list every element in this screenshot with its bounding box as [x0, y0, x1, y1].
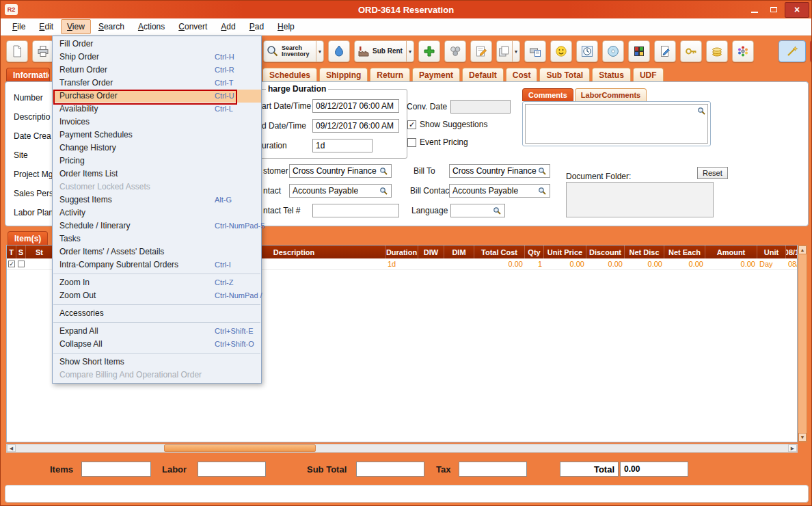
- cell-net-each[interactable]: 0.00: [664, 258, 705, 269]
- contact-tel-input[interactable]: [312, 204, 399, 217]
- close-button[interactable]: ×: [785, 2, 809, 18]
- scroll-left-arrow[interactable]: ◀: [7, 444, 16, 452]
- toolbar-smiley-button[interactable]: [550, 40, 572, 62]
- menu-edit[interactable]: Edit: [33, 19, 59, 34]
- toolbar-time-clock-button[interactable]: [576, 40, 598, 62]
- tab-items[interactable]: Item(s): [8, 231, 48, 245]
- menu-add[interactable]: Add: [215, 19, 241, 34]
- comments-textarea[interactable]: [525, 104, 708, 144]
- vertical-scrollbar[interactable]: ▲ ▼: [798, 245, 807, 442]
- view-menu-item-show-short-items[interactable]: Show Short Items: [53, 356, 261, 369]
- toolbar-search-inventory-button[interactable]: Search Inventory▼: [263, 40, 324, 62]
- cell-unit[interactable]: Day: [757, 258, 786, 269]
- toolbar-add-item-button[interactable]: [418, 40, 440, 62]
- event-pricing-checkbox[interactable]: Event Pricing: [407, 137, 468, 147]
- toolbar-edit-note-button[interactable]: [470, 40, 492, 62]
- contact-input[interactable]: Accounts Payable: [289, 184, 392, 198]
- bill-to-input[interactable]: Cross Country Finance: [449, 164, 550, 178]
- dropdown-arrow-icon[interactable]: ▼: [512, 41, 519, 62]
- cell-discount[interactable]: 0.00: [586, 258, 625, 269]
- cell-duration[interactable]: 1d: [385, 258, 418, 269]
- cell-dim[interactable]: [444, 258, 474, 269]
- cell-total-cost[interactable]: 0.00: [474, 258, 525, 269]
- search-icon[interactable]: [537, 186, 547, 196]
- view-menu-item-order-items-list[interactable]: Order Items List: [53, 168, 261, 181]
- search-icon[interactable]: [537, 166, 547, 176]
- start-date-input[interactable]: 08/12/2017 06:00 AM: [312, 99, 399, 113]
- view-menu-item-zoom-in[interactable]: Zoom InCtrl-Z: [53, 276, 261, 289]
- view-menu-item-pricing[interactable]: Pricing: [53, 155, 261, 168]
- tab-schedules[interactable]: Schedules: [262, 68, 317, 81]
- row-checkbox-t[interactable]: [8, 261, 15, 267]
- menu-convert[interactable]: Convert: [172, 19, 213, 34]
- end-date-input[interactable]: 09/12/2017 06:00 AM: [312, 119, 399, 133]
- tab-comments[interactable]: Comments: [522, 88, 573, 101]
- app-icon[interactable]: R2: [5, 4, 18, 15]
- toolbar-print-button[interactable]: [32, 40, 54, 62]
- view-menu-item-availability[interactable]: AvailabilityCtrl-L: [53, 103, 261, 116]
- cell-unit-price[interactable]: 0.00: [544, 258, 586, 269]
- toolbar-droplet-button[interactable]: [328, 40, 350, 62]
- view-menu-item-intra-company-subrental-orders[interactable]: Intra-Company Subrental OrdersCtrl-I: [53, 258, 261, 271]
- toolbar-sub-rent-button[interactable]: Sub Rent▼: [354, 40, 414, 62]
- view-menu-item-collapse-all[interactable]: Collapse AllCtrl+Shift-O: [53, 338, 261, 351]
- cell-net-disc[interactable]: 0.00: [625, 258, 664, 269]
- toolbar-new-document-button[interactable]: [6, 40, 28, 62]
- cell-diw[interactable]: [418, 258, 444, 269]
- view-menu-item-schedule-itinerary[interactable]: Schedule / ItineraryCtrl-NumPad-5: [53, 219, 261, 232]
- scroll-up-arrow[interactable]: ▲: [798, 245, 807, 254]
- cell-amount[interactable]: 0.00: [705, 258, 757, 269]
- toolbar-print-preview-button[interactable]: [524, 40, 546, 62]
- toolbar-edit-document-button[interactable]: [654, 40, 676, 62]
- tab-laborcomments[interactable]: LaborComments: [575, 88, 647, 101]
- tab-cost[interactable]: Cost: [506, 68, 538, 81]
- tab-sub-total[interactable]: Sub Total: [539, 68, 590, 81]
- view-menu-item-zoom-out[interactable]: Zoom OutCtrl-NumPad /: [53, 289, 261, 302]
- tax-field[interactable]: [459, 462, 527, 477]
- menu-actions[interactable]: Actions: [132, 19, 171, 34]
- items-total-field[interactable]: [81, 462, 151, 477]
- search-icon[interactable]: [379, 166, 388, 176]
- cell-st[interactable]: [26, 258, 53, 269]
- view-menu-item-tasks[interactable]: Tasks: [53, 232, 261, 245]
- document-folder-box[interactable]: [566, 182, 714, 217]
- view-menu-item-activity[interactable]: Activity: [53, 207, 261, 219]
- tab-information[interactable]: Information: [6, 68, 50, 81]
- scroll-down-arrow[interactable]: ▼: [798, 433, 807, 442]
- labor-total-field[interactable]: [198, 462, 266, 477]
- menu-search[interactable]: Search: [92, 19, 131, 34]
- language-input[interactable]: [450, 204, 505, 217]
- bill-contact-input[interactable]: Accounts Payable: [449, 184, 550, 198]
- view-menu-item-change-history[interactable]: Change History: [53, 142, 261, 155]
- toolbar-wand-button[interactable]: [779, 40, 806, 62]
- customer-input[interactable]: Cross Country Finance: [289, 164, 392, 178]
- minimize-button[interactable]: [745, 2, 764, 17]
- menu-pad[interactable]: Pad: [243, 19, 270, 34]
- search-icon[interactable]: [379, 186, 388, 196]
- cell-qty[interactable]: 1: [525, 258, 544, 269]
- view-menu-item-order-items-assets-details[interactable]: Order Items' / Assets' Details: [53, 245, 261, 258]
- toolbar-disc-button[interactable]: [602, 40, 624, 62]
- view-menu-item-ship-order[interactable]: Ship OrderCtrl-H: [53, 51, 261, 64]
- show-suggestions-checkbox[interactable]: Show Suggestions: [407, 120, 487, 129]
- tab-shipping[interactable]: Shipping: [319, 68, 368, 81]
- checkbox-icon[interactable]: [407, 120, 416, 129]
- duration-input[interactable]: 1d: [312, 139, 373, 152]
- conv-date-input[interactable]: [450, 100, 511, 114]
- toolbar-spheres-button[interactable]: [444, 40, 466, 62]
- view-menu-item-return-order[interactable]: Return OrderCtrl-R: [53, 64, 261, 77]
- toolbar-coins-button[interactable]: [706, 40, 728, 62]
- title-bar[interactable]: R2 ORD-3614 Reservation ×: [1, 1, 811, 18]
- search-icon[interactable]: [492, 206, 502, 215]
- cell-08-1[interactable]: 08/1: [786, 258, 798, 269]
- toolbar-cubes-button[interactable]: [628, 40, 650, 62]
- dropdown-arrow-icon[interactable]: ▼: [406, 41, 414, 62]
- tab-udf[interactable]: UDF: [633, 68, 664, 81]
- menu-help[interactable]: Help: [271, 19, 301, 34]
- total-field[interactable]: 0.00: [620, 462, 688, 477]
- horizontal-scrollbar[interactable]: ◀ ▶: [6, 444, 798, 453]
- view-menu-item-transfer-order[interactable]: Transfer OrderCtrl-T: [53, 77, 261, 90]
- view-menu-item-accessories[interactable]: Accessories: [53, 307, 261, 320]
- reset-button[interactable]: Reset: [697, 167, 728, 179]
- tab-payment[interactable]: Payment: [412, 68, 460, 81]
